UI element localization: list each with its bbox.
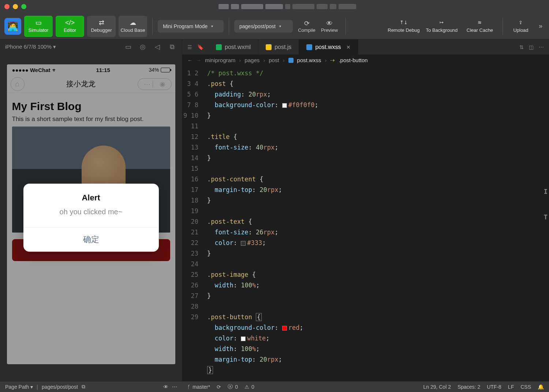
explorer-toggle-icon[interactable]: ☰	[187, 44, 192, 50]
nav-forward-icon[interactable]: →	[196, 57, 201, 63]
bookmark-icon[interactable]: 🔖	[197, 44, 203, 50]
js-file-icon	[266, 44, 272, 50]
code-lines[interactable]: /* post.wxss */ .post { padding: 20rpx; …	[203, 66, 318, 381]
wxss-file-icon	[306, 44, 312, 50]
upload-label: Upload	[513, 27, 528, 33]
code-editor[interactable]: 1 2 3 4 5 6 7 8 9 10 11 12 13 14 15 16 1…	[182, 66, 549, 381]
clear-cache-button[interactable]: ≋ Clear Cache	[462, 16, 497, 37]
line-gutter: 1 2 3 4 5 6 7 8 9 10 11 12 13 14 15 16 1…	[182, 66, 203, 381]
compile-target-label: pages/post/post	[239, 23, 276, 29]
main-toolbar: 🧑‍💻 ▭ Simulator </> Editor ⇄ Debugger ☁ …	[0, 13, 549, 39]
phone-icon: ▭	[36, 19, 42, 26]
background-icon: ↦	[440, 20, 444, 25]
editor-tabs: ☰ 🔖 post.wxml post.js post.wxss ✕ ⇅ ◫ ⋯	[182, 39, 549, 55]
user-avatar[interactable]: 🧑‍💻	[4, 18, 21, 35]
record-icon[interactable]: ◎	[138, 43, 147, 51]
crumb-file[interactable]: post.wxss	[297, 57, 321, 63]
footer-more-icon[interactable]: ⋯	[172, 384, 177, 390]
copy-path-icon[interactable]: ⧉	[82, 384, 85, 390]
remote-debug-button[interactable]: ⤒⤓ Remote Debug	[386, 16, 421, 37]
compile-button[interactable]: ⟳ Compile	[296, 19, 318, 33]
page-path-value: pages/post/post	[42, 384, 78, 390]
cache-icon: ≋	[478, 20, 482, 25]
wxml-file-icon	[216, 44, 222, 50]
close-tab-icon[interactable]: ✕	[346, 44, 351, 50]
simulator-footer: Page Path ▾ | pages/post/post ⧉ 👁 ⋯	[0, 381, 182, 392]
window-minimize-button[interactable]	[13, 4, 18, 9]
tab-post-wxml[interactable]: post.wxml	[209, 39, 258, 54]
eol[interactable]: LF	[508, 384, 514, 390]
cloud-base-button[interactable]: ☁ Cloud Base	[119, 16, 147, 37]
cloud-base-label: Cloud Base	[120, 27, 145, 33]
sync-button[interactable]: ⟳	[217, 384, 221, 390]
cursor-position[interactable]: Ln 29, Col 2	[423, 384, 451, 390]
editor-button[interactable]: </> Editor	[56, 16, 84, 37]
window-titlebar	[0, 0, 549, 13]
caret-down-icon: ▾	[211, 24, 213, 28]
to-background-label: To Background	[426, 27, 458, 33]
compile-label: Compile	[298, 27, 315, 33]
alert-message: oh you clicked me~	[23, 206, 159, 227]
eye-icon: 👁	[326, 20, 333, 27]
crumb-post[interactable]: post	[269, 57, 279, 63]
debugger-label: Debugger	[91, 27, 112, 33]
alert-title: Alert	[23, 184, 159, 206]
minimap-rail: I T	[542, 66, 549, 381]
more-actions-icon[interactable]: ⋯	[539, 44, 544, 50]
clear-cache-label: Clear Cache	[467, 27, 493, 33]
split-editor-icon[interactable]: ◫	[529, 44, 534, 50]
breadcrumb: ← → miniprogram› pages› post› post.wxss›…	[182, 55, 549, 66]
crumb-symbol[interactable]: .post-button	[339, 57, 367, 63]
titlebar-center	[30, 4, 545, 9]
symbol-icon: ⇢	[330, 57, 335, 64]
toolbar-overflow-button[interactable]: »	[537, 22, 545, 30]
caret-down-icon: ▾	[279, 24, 281, 28]
remote-debug-icon: ⤒⤓	[400, 20, 408, 25]
editor-statusbar: ᚶ master* ⟳ ⓧ 0 ⚠ 0 Ln 29, Col 2 Spaces:…	[182, 381, 549, 392]
alert-ok-button[interactable]: 确定	[23, 227, 159, 252]
window-zoom-button[interactable]	[21, 4, 26, 9]
device-select[interactable]: iPhone 6/7/8 100% ▾	[5, 44, 56, 50]
mode-label: Mini Program Mode	[163, 23, 208, 29]
tab-label: post.wxml	[225, 44, 251, 50]
tab-post-wxss[interactable]: post.wxss ✕	[299, 39, 358, 54]
to-background-button[interactable]: ↦ To Background	[424, 16, 459, 37]
alert-dialog: Alert oh you clicked me~ 确定	[23, 184, 159, 252]
notifications-icon[interactable]: 🔔	[538, 384, 544, 390]
page-path-label[interactable]: Page Path ▾	[5, 384, 33, 390]
debugger-button[interactable]: ⇄ Debugger	[87, 16, 116, 37]
nav-back-icon[interactable]: ←	[187, 57, 193, 63]
compare-icon[interactable]: ⇅	[519, 44, 524, 50]
git-branch[interactable]: ᚶ master*	[187, 384, 210, 390]
refresh-icon: ⟳	[304, 19, 310, 27]
remote-debug-label: Remote Debug	[388, 27, 419, 33]
bug-icon: ⇄	[99, 19, 104, 26]
window-close-button[interactable]	[4, 4, 10, 9]
preview-button[interactable]: 👁 Preview	[318, 20, 340, 33]
tab-label: post.wxss	[315, 44, 341, 50]
crumb-pages[interactable]: pages	[244, 57, 259, 63]
crumb-miniprogram[interactable]: miniprogram	[205, 57, 235, 63]
indent-setting[interactable]: Spaces: 2	[458, 384, 480, 390]
compile-target-select[interactable]: pages/post/post ▾	[234, 20, 293, 33]
cloud-icon: ☁	[130, 19, 136, 26]
device-frame-icon[interactable]: ▭	[123, 43, 133, 51]
popout-icon[interactable]: ⧉	[167, 43, 177, 51]
problems-warnings[interactable]: ⚠ 0	[244, 384, 254, 390]
simulator-label: Simulator	[29, 27, 49, 33]
tab-label: post.js	[274, 44, 291, 50]
upload-button[interactable]: ⇪ Upload	[508, 16, 534, 37]
simulator-button[interactable]: ▭ Simulator	[24, 16, 53, 37]
editor-label: Editor	[64, 27, 76, 33]
problems-errors[interactable]: ⓧ 0	[228, 384, 238, 390]
language-mode[interactable]: CSS	[520, 384, 531, 390]
editor-pane: ☰ 🔖 post.wxml post.js post.wxss ✕ ⇅ ◫ ⋯	[182, 39, 549, 381]
visibility-icon[interactable]: 👁	[163, 384, 168, 390]
code-icon: </>	[65, 19, 75, 26]
encoding[interactable]: UTF-8	[487, 384, 501, 390]
mute-icon[interactable]: ◁	[153, 43, 162, 51]
wxss-file-icon	[288, 58, 294, 63]
tab-post-js[interactable]: post.js	[258, 39, 299, 54]
mode-select[interactable]: Mini Program Mode ▾	[158, 20, 224, 33]
phone-simulator: ●●●●● WeChat ᯤ 11:15 34% ⌂ 接小龙龙 ⋯ ◉	[7, 64, 175, 364]
